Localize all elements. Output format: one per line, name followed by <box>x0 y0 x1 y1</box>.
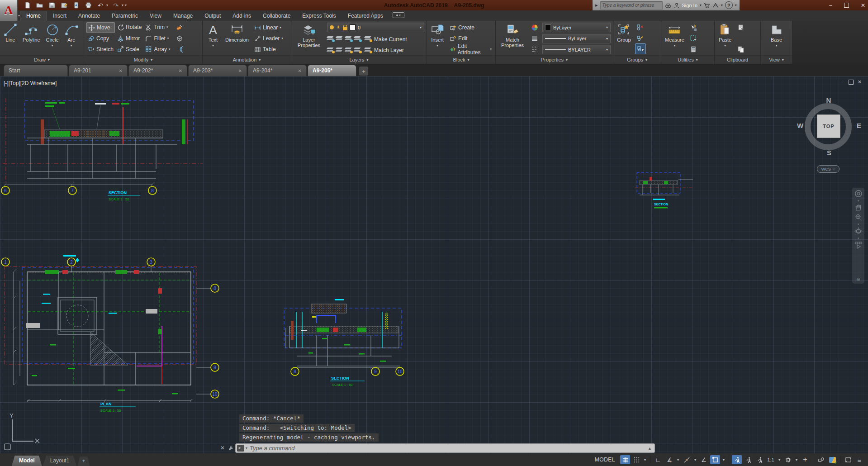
clean-screen-button[interactable] <box>843 455 853 464</box>
snap-mode-button[interactable] <box>631 455 641 464</box>
wcs-menu-button[interactable]: WCS ▽ <box>817 165 840 173</box>
file-tab-start[interactable]: Start <box>4 65 68 76</box>
panel-label-block[interactable]: Block▾ <box>427 55 495 64</box>
layer-unisolate-tool-icon[interactable] <box>345 48 353 53</box>
recent-commands-caret-icon[interactable]: ▾ <box>246 446 247 450</box>
panel-label-groups[interactable]: Groups▾ <box>613 55 661 64</box>
arc-caret-icon[interactable]: ▾ <box>71 44 72 47</box>
isometric-drafting-button[interactable] <box>682 455 692 464</box>
redo-button[interactable]: ↷ <box>111 1 120 10</box>
command-customize-wrench-icon[interactable] <box>228 445 234 453</box>
viewport-controls-label[interactable]: [-][Top][2D Wireframe] <box>4 80 57 86</box>
tab-collaborate[interactable]: Collaborate <box>257 11 296 21</box>
panel-label-clipboard[interactable]: Clipboard <box>715 55 760 64</box>
polar-caret-icon[interactable]: ▾ <box>676 458 680 462</box>
layout1-tab[interactable]: Layout1 <box>43 456 77 466</box>
layer-thaw-icon[interactable]: ☀ <box>336 25 341 30</box>
mirror-button[interactable]: Mirror <box>116 33 143 43</box>
minimize-button[interactable]: – <box>829 3 832 8</box>
measure-button[interactable]: Measure ▾ <box>664 22 686 55</box>
customization-menu-button[interactable]: ≡ <box>854 455 864 464</box>
layer-unlock-tool-icon[interactable] <box>354 48 362 53</box>
pan-hand-icon[interactable] <box>854 204 863 212</box>
annotation-scale-icon[interactable] <box>754 455 764 464</box>
autodesk-caret-icon[interactable]: ▾ <box>721 3 723 7</box>
panel-label-draw[interactable]: Draw▾ <box>0 55 84 64</box>
panel-label-view[interactable]: View▾ <box>761 55 792 64</box>
new-drawing-tab-button[interactable]: + <box>359 67 368 76</box>
navigation-wheel-icon[interactable] <box>854 190 863 198</box>
showmotion-icon[interactable] <box>854 241 863 249</box>
viewcube-east[interactable]: E <box>855 122 863 129</box>
model-space-badge[interactable]: MODEL <box>595 456 615 463</box>
tab-annotate[interactable]: Annotate <box>72 11 106 21</box>
lineweight-dropdown[interactable]: ByLayer ▾ <box>542 34 611 43</box>
tab-output[interactable]: Output <box>199 11 227 21</box>
command-bar[interactable]: >_ ▾ ▲ <box>235 443 655 453</box>
tab-express-tools[interactable]: Express Tools <box>296 11 342 21</box>
viewcube-top-face[interactable]: TOP <box>817 114 840 138</box>
offset-button[interactable] <box>175 44 185 54</box>
group-button[interactable]: Group <box>616 22 632 55</box>
color-wheel-icon[interactable] <box>530 23 540 33</box>
redo-caret-icon[interactable]: ▾ <box>122 3 123 7</box>
open-web-mobile-button[interactable] <box>71 1 81 10</box>
cut-button[interactable] <box>736 23 746 33</box>
undo-caret-icon[interactable]: ▾ <box>106 3 108 7</box>
tab-featured-apps[interactable]: Featured Apps <box>342 11 389 21</box>
close-button[interactable]: ✕ <box>861 3 865 8</box>
object-snap-button[interactable] <box>710 455 720 464</box>
viewcube-north[interactable]: N <box>825 96 833 104</box>
command-history-expand-icon[interactable]: ▲ <box>648 446 652 451</box>
tab-view[interactable]: View <box>144 11 167 21</box>
copy-button[interactable]: Copy <box>86 33 115 43</box>
table-button[interactable]: Table <box>253 44 285 54</box>
circle-caret-icon[interactable]: ▾ <box>52 44 53 47</box>
layer-dropdown-caret-icon[interactable]: ▾ <box>420 25 422 29</box>
sign-in-caret-icon[interactable]: ▾ <box>700 3 702 7</box>
layer-color-swatch[interactable] <box>350 24 356 30</box>
quick-select-button[interactable] <box>688 23 698 33</box>
paste-button[interactable]: Paste ▾ <box>717 22 733 55</box>
workspace-caret-icon[interactable]: ▾ <box>794 458 799 462</box>
annotation-autoscale-button[interactable] <box>743 455 753 464</box>
move-button[interactable]: Move <box>86 22 115 33</box>
linetype-dropdown[interactable]: BYLAYER ▾ <box>542 45 611 54</box>
osnap-caret-icon[interactable]: ▾ <box>721 458 726 462</box>
copy-clip-button[interactable] <box>736 44 746 54</box>
match-layer-button[interactable]: Match Layer <box>363 46 405 54</box>
tab-insert[interactable]: Insert <box>47 11 72 21</box>
autodesk-logo-icon[interactable] <box>712 2 719 9</box>
workspace-switching-button[interactable] <box>783 455 793 464</box>
text-button[interactable]: Text ▾ <box>205 22 221 55</box>
command-input[interactable] <box>249 444 646 452</box>
match-properties-button[interactable]: Match Properties <box>498 22 527 55</box>
zoom-extents-icon[interactable] <box>854 213 863 221</box>
layer-thaw-all-tool-icon[interactable] <box>336 48 344 53</box>
layer-off-tool-icon[interactable] <box>327 36 335 42</box>
line-button[interactable]: Line <box>2 22 19 55</box>
layer-on-tool-icon[interactable] <box>327 48 335 53</box>
group-selection-toggle[interactable] <box>635 43 646 54</box>
layer-dropdown[interactable]: ☀ 0 ▾ <box>327 23 424 32</box>
doc-close-icon[interactable]: ✕ <box>858 79 862 85</box>
nav-wheel-caret-icon[interactable]: ▾ <box>858 199 859 202</box>
application-menu-button[interactable]: A <box>0 0 18 21</box>
file-tab-a9-203[interactable]: A9-203* ✕ <box>188 65 247 76</box>
snap-caret-icon[interactable]: ▾ <box>643 458 647 462</box>
file-tab-close-icon[interactable]: ✕ <box>238 68 242 73</box>
orbit-icon[interactable] <box>854 227 863 235</box>
panel-label-layers[interactable]: Layers▾ <box>291 55 427 64</box>
arc-button[interactable]: Arc ▾ <box>63 22 80 55</box>
scale-caret-icon[interactable]: ▾ <box>777 458 782 462</box>
base-view-button[interactable]: Base ▾ <box>768 22 785 55</box>
scale-button[interactable]: Scale <box>116 44 143 54</box>
layer-freeze-tool-icon[interactable] <box>345 36 353 42</box>
file-tab-close-icon[interactable]: ✕ <box>298 68 302 73</box>
file-tab-a9-204[interactable]: A9-204* ✕ <box>248 65 307 76</box>
explode-button[interactable] <box>175 33 185 43</box>
insert-block-button[interactable]: Insert ▾ <box>429 22 446 55</box>
panel-label-modify[interactable]: Modify▾ <box>84 55 202 64</box>
lineweight-icon[interactable] <box>530 33 540 43</box>
edit-attributes-button[interactable]: Edit Attributes▾ <box>448 44 493 54</box>
